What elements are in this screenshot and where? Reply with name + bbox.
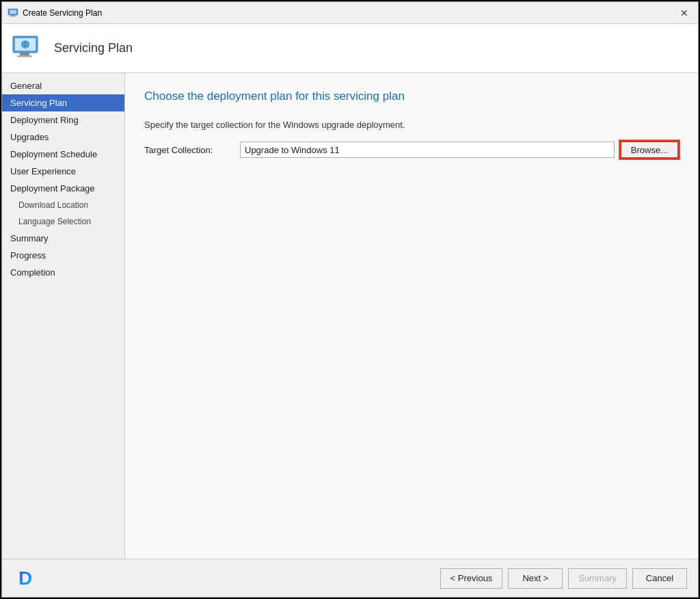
next-button[interactable]: Next >: [508, 568, 563, 589]
summary-button[interactable]: Summary: [568, 568, 627, 589]
content-description: Specify the target collection for the Wi…: [144, 120, 679, 130]
close-button[interactable]: ✕: [676, 5, 692, 21]
titlebar: Create Servicing Plan ✕: [2, 2, 698, 24]
sidebar-item-progress[interactable]: Progress: [2, 247, 124, 264]
header-icon: [12, 32, 44, 65]
sidebar-item-deployment-package[interactable]: Deployment Package: [2, 180, 124, 197]
svg-rect-7: [17, 55, 32, 57]
footer: D < Previous Next > Summary Cancel: [2, 559, 698, 597]
content-area: Choose the deployment plan for this serv…: [125, 73, 698, 559]
header-band: Servicing Plan: [2, 24, 698, 73]
footer-logo-area: D: [13, 568, 435, 589]
sidebar-item-download-location[interactable]: Download Location: [2, 197, 124, 213]
sidebar-item-language-selection[interactable]: Language Selection: [2, 213, 124, 230]
sidebar-item-completion[interactable]: Completion: [2, 264, 124, 281]
target-collection-input[interactable]: [240, 142, 615, 158]
svg-rect-1: [10, 10, 16, 14]
app-icon: [8, 8, 18, 18]
body: General Servicing Plan Deployment Ring U…: [2, 73, 698, 559]
sidebar-item-servicing-plan[interactable]: Servicing Plan: [2, 94, 124, 111]
sidebar-item-user-experience[interactable]: User Experience: [2, 163, 124, 180]
sidebar-item-upgrades[interactable]: Upgrades: [2, 129, 124, 146]
sidebar: General Servicing Plan Deployment Ring U…: [2, 73, 125, 559]
svg-rect-2: [11, 15, 15, 16]
sidebar-item-deployment-schedule[interactable]: Deployment Schedule: [2, 146, 124, 163]
header-title: Servicing Plan: [54, 41, 133, 55]
browse-button[interactable]: Browse...: [620, 141, 679, 159]
sidebar-item-summary[interactable]: Summary: [2, 230, 124, 247]
cancel-button[interactable]: Cancel: [632, 568, 687, 589]
svg-rect-6: [20, 53, 29, 55]
dp-logo: D: [18, 568, 32, 589]
previous-button[interactable]: < Previous: [440, 568, 503, 589]
svg-rect-3: [10, 16, 16, 16]
target-collection-label: Target Collection:: [144, 145, 240, 155]
sidebar-item-general[interactable]: General: [2, 77, 124, 94]
sidebar-item-deployment-ring[interactable]: Deployment Ring: [2, 111, 124, 129]
main-window: Create Servicing Plan ✕ Servicing Plan G…: [1, 1, 699, 598]
window-title: Create Servicing Plan: [23, 8, 676, 18]
target-collection-row: Target Collection: Browse...: [144, 141, 679, 159]
content-title: Choose the deployment plan for this serv…: [144, 90, 679, 103]
